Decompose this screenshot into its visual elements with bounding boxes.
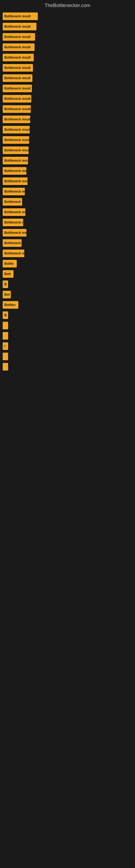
bar-4: Bottleneck result (3, 54, 34, 61)
bar-row (3, 322, 132, 329)
bar-row: Bottleneck result (3, 177, 132, 185)
bar-label-9: Bottleneck result (4, 107, 31, 111)
bar-label-17: Bottleneck re (4, 190, 25, 193)
bar-row: Bottleneck re (3, 188, 132, 195)
bar-label-16: Bottleneck result (4, 179, 28, 183)
bar-23: Bottleneck re (3, 250, 24, 257)
bar-row: Bott (3, 270, 132, 278)
bar-label-19: Bottleneck res (4, 210, 26, 214)
bar-label-11: Bottleneck result (4, 128, 30, 131)
bar-row: Bottleneck result (3, 12, 132, 20)
bar-row: Bottleneck (3, 198, 132, 206)
bar-label-27: Bot (4, 293, 10, 297)
bar-row: B (3, 280, 132, 288)
bar-28: Bottlen (3, 301, 18, 309)
bar-16: Bottleneck result (3, 177, 28, 185)
bar-row: Bottleneck result (3, 23, 132, 30)
bar-label-24: Bottle (4, 262, 13, 266)
bar-row: Bottleneck r (3, 219, 132, 226)
bar-row: Bottleneck re (3, 250, 132, 257)
bar-6: Bottleneck result (3, 74, 32, 82)
bar-row: Bottleneck resu (3, 167, 132, 175)
bar-label-25: Bott (4, 272, 11, 276)
bar-17: Bottleneck re (3, 188, 25, 195)
bar-label-5: Bottleneck result (4, 66, 31, 70)
bar-8: Bottleneck result (3, 95, 31, 102)
bar-label-12: Bottleneck result (4, 138, 29, 142)
bar-row: Bottleneck result (3, 85, 132, 92)
bar-row: Bottleneck result (3, 116, 132, 123)
bar-row: Bottleneck result (3, 95, 132, 102)
bar-13: Bottleneck result (3, 147, 29, 154)
bar-label-7: Bottleneck result (4, 87, 31, 90)
bar-row: Bottleneck result (3, 64, 132, 72)
bar-0: Bottleneck result (3, 12, 38, 20)
bar-row: Bottleneck result (3, 136, 132, 144)
bar-label-15: Bottleneck resu (4, 169, 27, 173)
bar-label-29: B (4, 313, 7, 317)
bar-row: B (3, 311, 132, 319)
bar-row: Bottleneck resu (3, 229, 132, 237)
bar-30 (3, 322, 8, 329)
bar-9: Bottleneck result (3, 105, 31, 113)
bar-label-28: Bottlen (4, 303, 15, 307)
bar-19: Bottleneck res (3, 208, 26, 216)
bar-row: l (3, 342, 132, 350)
bar-33 (3, 352, 8, 360)
site-title: TheBottlenecker.com (0, 0, 135, 12)
bar-20: Bottleneck r (3, 219, 23, 226)
bar-row: Bottleneck result (3, 126, 132, 133)
bar-24: Bottle (3, 260, 17, 268)
bar-7: Bottleneck result (3, 85, 32, 92)
site-title-container: TheBottlenecker.com (0, 0, 135, 12)
bar-row: Bot (3, 291, 132, 299)
bar-label-13: Bottleneck result (4, 148, 29, 152)
bar-32: l (3, 342, 8, 350)
bar-29: B (3, 311, 8, 319)
bar-3: Bottleneck result (3, 43, 35, 51)
bar-label-23: Bottleneck re (4, 251, 24, 255)
bar-25: Bott (3, 270, 13, 278)
bar-31 (3, 332, 8, 340)
bar-label-20: Bottleneck r (4, 220, 23, 224)
bar-label-6: Bottleneck result (4, 76, 31, 80)
bar-11: Bottleneck result (3, 126, 30, 133)
bar-2: Bottleneck result (3, 33, 35, 41)
bar-row: Bottleneck result (3, 147, 132, 154)
bar-row: Bottleneck result (3, 43, 132, 51)
bar-row: Bottleneck (3, 239, 132, 247)
bar-label-0: Bottleneck result (4, 14, 31, 18)
bar-12: Bottleneck result (3, 136, 29, 144)
bar-label-4: Bottleneck result (4, 56, 31, 59)
bar-label-10: Bottleneck result (4, 118, 30, 121)
bar-34 (3, 363, 8, 371)
bar-1: Bottleneck result (3, 23, 37, 30)
bar-label-14: Bottleneck result (4, 159, 28, 162)
bar-row: Bottleneck result (3, 33, 132, 41)
bar-row: Bottleneck res (3, 208, 132, 216)
bar-row (3, 332, 132, 340)
bar-18: Bottleneck (3, 198, 22, 206)
bar-label-18: Bottleneck (4, 200, 21, 204)
bar-label-22: Bottleneck (4, 241, 21, 245)
bar-label-3: Bottleneck result (4, 45, 31, 49)
bar-label-26: B (4, 282, 7, 286)
bar-label-2: Bottleneck result (4, 35, 31, 39)
bar-row: Bottle (3, 260, 132, 268)
bar-label-32: l (4, 344, 5, 348)
bar-label-1: Bottleneck result (4, 25, 31, 29)
bar-15: Bottleneck resu (3, 167, 27, 175)
bar-26: B (3, 280, 8, 288)
bar-21: Bottleneck resu (3, 229, 27, 237)
bar-row: Bottleneck result (3, 157, 132, 164)
bar-row: Bottleneck result (3, 74, 132, 82)
bar-14: Bottleneck result (3, 157, 28, 164)
bar-10: Bottleneck result (3, 116, 30, 123)
bar-label-8: Bottleneck result (4, 97, 31, 101)
bar-27: Bot (3, 291, 11, 299)
bar-row (3, 352, 132, 360)
bar-row (3, 363, 132, 371)
bar-row: Bottleneck result (3, 54, 132, 61)
bar-row: Bottlen (3, 301, 132, 309)
bars-container: Bottleneck resultBottleneck resultBottle… (0, 12, 135, 373)
